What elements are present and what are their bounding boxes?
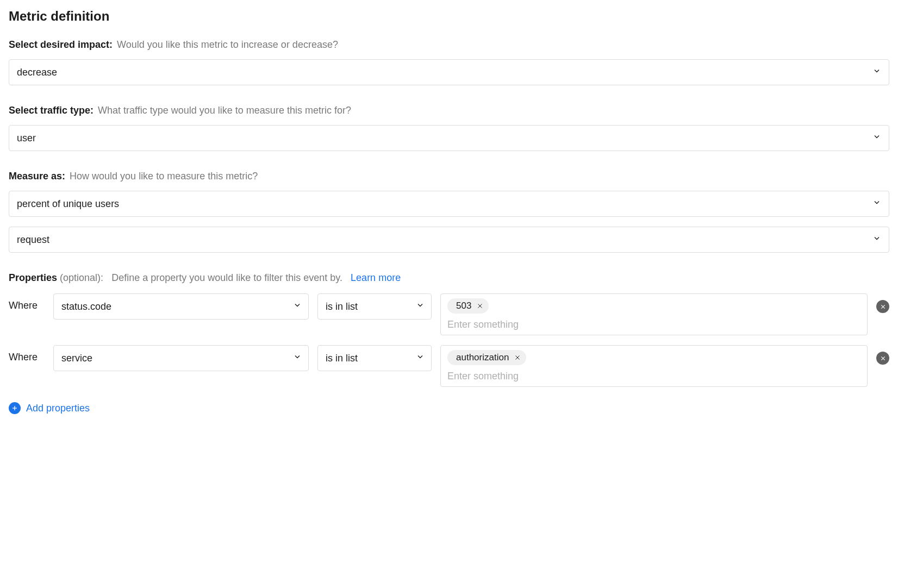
- filter-values-input[interactable]: [447, 319, 860, 330]
- filter-row: Where service is in list authorization: [9, 345, 889, 387]
- chevron-down-icon: [293, 301, 302, 312]
- traffic-value: user: [17, 133, 36, 144]
- measure-label: Measure as:: [9, 171, 65, 182]
- remove-filter-button[interactable]: [876, 300, 889, 313]
- close-icon[interactable]: [514, 354, 521, 361]
- filter-values-box[interactable]: 503: [440, 293, 868, 335]
- filter-property-select[interactable]: service: [53, 345, 309, 371]
- chevron-down-icon: [416, 301, 425, 312]
- properties-section: Properties (optional): Define a property…: [9, 272, 889, 414]
- traffic-select[interactable]: user: [9, 125, 889, 151]
- traffic-label: Select traffic type:: [9, 105, 93, 116]
- value-tag-text: 503: [456, 301, 471, 311]
- filter-property-select[interactable]: status.code: [53, 293, 309, 320]
- add-properties-label: Add properties: [26, 403, 90, 414]
- filter-row: Where status.code is in list 503: [9, 293, 889, 335]
- page-title: Metric definition: [9, 9, 889, 24]
- value-tag-text: authorization: [456, 352, 509, 363]
- properties-optional: (optional):: [60, 272, 103, 283]
- chevron-down-icon: [872, 234, 881, 246]
- learn-more-link[interactable]: Learn more: [351, 272, 401, 283]
- properties-hint: Define a property you would like to filt…: [111, 272, 342, 283]
- properties-label: Properties: [9, 272, 57, 283]
- filter-operator-select[interactable]: is in list: [317, 345, 432, 371]
- filter-values-input[interactable]: [447, 371, 860, 382]
- filter-values-box[interactable]: authorization: [440, 345, 868, 387]
- traffic-field: Select traffic type: What traffic type w…: [9, 105, 889, 151]
- where-label: Where: [9, 345, 45, 363]
- filter-operator-value: is in list: [326, 353, 358, 364]
- where-label: Where: [9, 293, 45, 311]
- measure-value-2: request: [17, 234, 49, 246]
- chevron-down-icon: [872, 133, 881, 144]
- close-icon[interactable]: [477, 303, 483, 309]
- impact-label: Select desired impact:: [9, 39, 113, 51]
- filter-operator-value: is in list: [326, 301, 358, 312]
- impact-hint: Would you like this metric to increase o…: [117, 39, 338, 51]
- measure-hint: How would you like to measure this metri…: [70, 171, 258, 182]
- add-properties-button[interactable]: Add properties: [9, 402, 90, 414]
- value-tag: authorization: [447, 350, 526, 365]
- chevron-down-icon: [416, 353, 425, 364]
- impact-field: Select desired impact: Would you like th…: [9, 39, 889, 85]
- filter-property-value: service: [61, 353, 92, 364]
- value-tag: 503: [447, 298, 489, 314]
- impact-select[interactable]: decrease: [9, 59, 889, 85]
- remove-filter-button[interactable]: [876, 352, 889, 365]
- chevron-down-icon: [872, 198, 881, 210]
- impact-value: decrease: [17, 67, 57, 78]
- filter-operator-select[interactable]: is in list: [317, 293, 432, 320]
- filter-property-value: status.code: [61, 301, 111, 312]
- measure-field: Measure as: How would you like to measur…: [9, 171, 889, 253]
- measure-select-2[interactable]: request: [9, 227, 889, 253]
- measure-value-1: percent of unique users: [17, 198, 119, 210]
- chevron-down-icon: [293, 353, 302, 364]
- measure-select-1[interactable]: percent of unique users: [9, 191, 889, 217]
- traffic-hint: What traffic type would you like to meas…: [98, 105, 351, 116]
- chevron-down-icon: [872, 67, 881, 78]
- plus-icon: [9, 402, 21, 414]
